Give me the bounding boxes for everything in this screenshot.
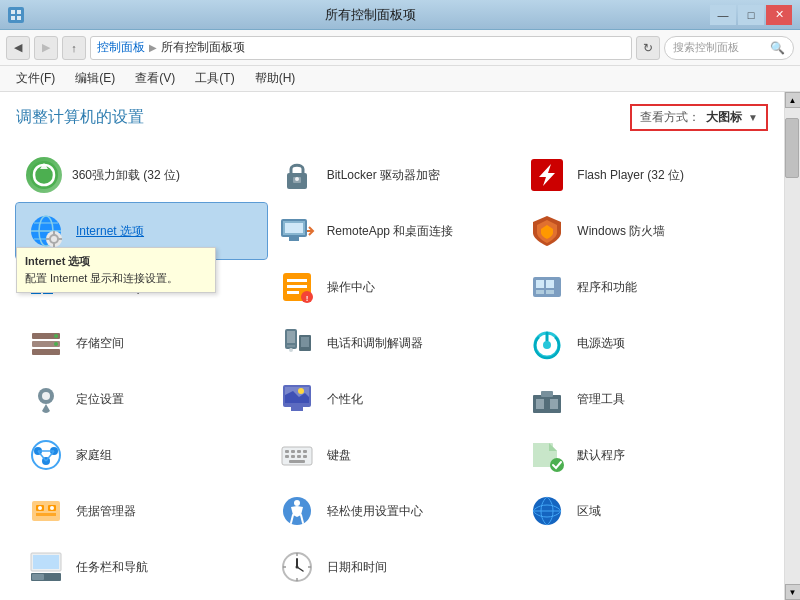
svg-line-73 <box>46 451 54 461</box>
item-label: 管理工具 <box>577 391 625 408</box>
svg-rect-83 <box>289 460 305 463</box>
list-item[interactable]: 程序和功能 <box>517 259 768 315</box>
list-item[interactable]: 默认程序 <box>517 427 768 483</box>
svg-rect-34 <box>287 285 307 288</box>
list-item[interactable]: 凭据管理器 <box>16 483 267 539</box>
svg-rect-79 <box>285 455 289 458</box>
icon-windows-firewall <box>527 211 567 251</box>
list-item[interactable]: 区域 <box>517 483 768 539</box>
svg-point-56 <box>543 341 551 349</box>
icon-location <box>26 379 66 419</box>
svg-rect-77 <box>297 450 301 453</box>
search-bar[interactable]: 搜索控制面板 🔍 <box>664 36 794 60</box>
svg-rect-86 <box>32 501 60 521</box>
window-controls: — □ ✕ <box>710 5 792 25</box>
menu-tools[interactable]: 工具(T) <box>187 68 242 89</box>
view-options[interactable]: 查看方式： 大图标 ▼ <box>630 104 768 131</box>
item-label: 电话和调制解调器 <box>327 335 423 352</box>
svg-rect-101 <box>33 555 59 569</box>
list-item[interactable]: 键盘 <box>267 427 518 483</box>
list-item[interactable]: 电源选项 <box>517 315 768 371</box>
list-item[interactable]: Flash Player (32 位) <box>517 147 768 203</box>
view-label: 查看方式： <box>640 109 700 126</box>
icon-storage-spaces <box>26 323 66 363</box>
svg-rect-65 <box>536 399 544 409</box>
svg-point-8 <box>295 177 299 181</box>
tooltip-description: 配置 Internet 显示和连接设置。 <box>25 271 207 286</box>
svg-rect-81 <box>297 455 301 458</box>
svg-rect-42 <box>546 290 554 294</box>
list-item[interactable]: 个性化 <box>267 371 518 427</box>
menu-edit[interactable]: 编辑(E) <box>67 68 123 89</box>
list-item[interactable]: 日期和时间 <box>267 539 518 595</box>
svg-rect-1 <box>17 10 21 14</box>
list-item[interactable]: 电话和调制解调器 <box>267 315 518 371</box>
icon-remoteapp <box>277 211 317 251</box>
close-button[interactable]: ✕ <box>766 5 792 25</box>
menu-view[interactable]: 查看(V) <box>127 68 183 89</box>
item-label: 家庭组 <box>76 447 112 464</box>
items-grid: 360强力卸载 (32 位) BitLocker 驱动器加密 <box>16 147 768 595</box>
icon-region <box>527 491 567 531</box>
icon-credentials-manager <box>26 491 66 531</box>
svg-point-105 <box>295 566 298 569</box>
view-dropdown-icon[interactable]: ▼ <box>748 112 758 123</box>
back-button[interactable]: ◀ <box>6 36 30 60</box>
menu-file[interactable]: 文件(F) <box>8 68 63 89</box>
menu-help[interactable]: 帮助(H) <box>247 68 304 89</box>
svg-rect-26 <box>289 237 299 241</box>
list-item[interactable]: 定位设置 <box>16 371 267 427</box>
list-item[interactable]: 家庭组 <box>16 427 267 483</box>
refresh-button[interactable]: ↻ <box>636 36 660 60</box>
list-item[interactable]: 轻松使用设置中心 <box>267 483 518 539</box>
list-item[interactable]: 管理工具 <box>517 371 768 427</box>
scroll-track[interactable] <box>785 108 801 584</box>
svg-rect-82 <box>303 455 307 458</box>
item-label: 键盘 <box>327 447 351 464</box>
list-item[interactable]: RemoteApp 和桌面连接 <box>267 203 518 259</box>
tooltip-title: Internet 选项 <box>25 254 207 269</box>
list-item[interactable]: Internet 选项 Internet 选项 配置 Internet 显示和连… <box>16 203 267 259</box>
svg-rect-75 <box>285 450 289 453</box>
forward-button[interactable]: ▶ <box>34 36 58 60</box>
breadcrumb-item-2[interactable]: 所有控制面板项 <box>161 39 245 56</box>
item-label: 电源选项 <box>577 335 625 352</box>
title-bar: 所有控制面板项 — □ ✕ <box>0 0 800 30</box>
icon-action-center: ! <box>277 267 317 307</box>
svg-text:!: ! <box>305 294 308 303</box>
icon-internet-options <box>26 211 66 251</box>
scrollbar[interactable]: ▲ ▼ <box>784 92 800 600</box>
icon-360-cleanup <box>26 157 62 193</box>
maximize-button[interactable]: □ <box>738 5 764 25</box>
icon-flash-player <box>527 155 567 195</box>
icon-administrative-tools <box>527 379 567 419</box>
item-label: 任务栏和导航 <box>76 559 148 576</box>
svg-rect-39 <box>536 280 544 288</box>
list-item[interactable]: ! 操作中心 <box>267 259 518 315</box>
up-button[interactable]: ↑ <box>62 36 86 60</box>
menu-bar: 文件(F) 编辑(E) 查看(V) 工具(T) 帮助(H) <box>0 66 800 92</box>
svg-rect-0 <box>11 10 15 14</box>
svg-point-93 <box>294 500 300 506</box>
breadcrumb-item-1[interactable]: 控制面板 <box>97 39 145 56</box>
list-item[interactable]: 存储空间 <box>16 315 267 371</box>
tooltip: Internet 选项 配置 Internet 显示和连接设置。 <box>16 247 216 293</box>
icon-phone-modem <box>277 323 317 363</box>
icon-programs-features <box>527 267 567 307</box>
svg-rect-19 <box>53 231 55 235</box>
list-item[interactable]: Windows 防火墙 <box>517 203 768 259</box>
scroll-down-button[interactable]: ▼ <box>785 584 801 600</box>
svg-rect-35 <box>287 291 299 294</box>
svg-rect-80 <box>291 455 295 458</box>
window-title: 所有控制面板项 <box>30 6 710 24</box>
list-item[interactable]: BitLocker 驱动器加密 <box>267 147 518 203</box>
item-label: 轻松使用设置中心 <box>327 503 423 520</box>
list-item[interactable]: 360强力卸载 (32 位) <box>16 147 267 203</box>
scroll-up-button[interactable]: ▲ <box>785 92 801 108</box>
list-item[interactable]: 任务栏和导航 <box>16 539 267 595</box>
svg-rect-3 <box>17 16 21 20</box>
scroll-thumb[interactable] <box>785 118 799 178</box>
svg-point-58 <box>42 392 50 400</box>
breadcrumb[interactable]: 控制面板 ▶ 所有控制面板项 <box>90 36 632 60</box>
minimize-button[interactable]: — <box>710 5 736 25</box>
